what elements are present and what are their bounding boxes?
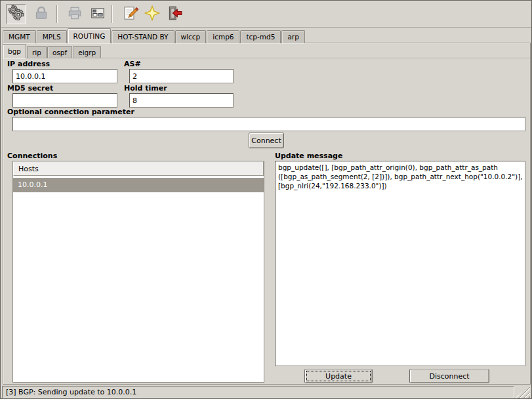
subtab-rip[interactable]: rip bbox=[27, 46, 47, 58]
ip-address-field[interactable] bbox=[12, 69, 117, 83]
tab-tcp-md5[interactable]: tcp-md5 bbox=[240, 30, 281, 43]
interfaces-window-icon bbox=[89, 5, 106, 24]
app-window: MGMT MPLS ROUTING HOT-STAND BY wlccp icm… bbox=[0, 0, 532, 399]
resize-grip[interactable] bbox=[514, 386, 530, 398]
run-button[interactable] bbox=[6, 4, 26, 24]
lock-icon bbox=[33, 5, 50, 24]
print-button bbox=[64, 4, 85, 24]
ip-address-label: IP address bbox=[7, 60, 50, 68]
tab-mgmt[interactable]: MGMT bbox=[3, 30, 36, 43]
edit-log-icon bbox=[121, 5, 138, 24]
update-button[interactable]: Update bbox=[304, 369, 373, 383]
toolbar bbox=[1, 1, 532, 28]
hold-timer-label: Hold timer bbox=[124, 84, 167, 93]
interfaces-button[interactable] bbox=[87, 4, 108, 24]
tab-routing[interactable]: ROUTING bbox=[68, 28, 112, 43]
gears-run-icon bbox=[8, 5, 25, 24]
optional-param-field[interactable] bbox=[12, 117, 525, 131]
connection-row[interactable]: 10.0.0.1 bbox=[13, 178, 264, 192]
hold-timer-field[interactable] bbox=[129, 93, 234, 108]
tab-mpls[interactable]: MPLS bbox=[37, 30, 67, 43]
connect-button[interactable]: Connect bbox=[249, 133, 284, 148]
update-message-text: bgp_update([], [bgp_path_attr_origin(0),… bbox=[276, 161, 525, 193]
status-bar: [3] BGP: Sending update to 10.0.0.1 bbox=[2, 386, 514, 398]
tab-icmp6[interactable]: icmp6 bbox=[207, 30, 239, 43]
update-message-label: Update message bbox=[275, 152, 342, 160]
star-wizard-icon bbox=[144, 5, 161, 24]
edit-log-button[interactable] bbox=[119, 4, 140, 24]
status-text: [3] BGP: Sending update to 10.0.0.1 bbox=[6, 388, 136, 396]
disconnect-button[interactable]: Disconnect bbox=[409, 369, 489, 383]
subtab-bgp[interactable]: bgp bbox=[3, 44, 26, 58]
subtab-ospf[interactable]: ospf bbox=[47, 46, 72, 58]
connections-label: Connections bbox=[7, 152, 57, 160]
quit-door-icon bbox=[166, 5, 183, 24]
as-number-field[interactable] bbox=[129, 69, 234, 83]
toolbar-separator bbox=[112, 5, 113, 23]
as-number-label: AS# bbox=[124, 60, 141, 68]
tab-wlccp[interactable]: wlccp bbox=[175, 30, 207, 43]
quit-button[interactable] bbox=[164, 4, 184, 24]
toolbar-separator bbox=[56, 5, 58, 23]
update-message-textview[interactable]: bgp_update([], [bgp_path_attr_origin(0),… bbox=[275, 161, 525, 366]
md5-secret-label: MD5 secret bbox=[7, 84, 53, 93]
md5-secret-field[interactable] bbox=[12, 93, 117, 108]
printer-icon bbox=[66, 5, 83, 24]
tab-arp[interactable]: arp bbox=[281, 30, 304, 43]
routing-subtabs: bgp rip ospf eigrp bbox=[3, 44, 102, 58]
hosts-column-header[interactable]: Hosts bbox=[13, 161, 264, 176]
module-tabs: MGMT MPLS ROUTING HOT-STAND BY wlccp icm… bbox=[3, 28, 306, 43]
optional-param-label: Optional connection parameter bbox=[7, 108, 134, 116]
subtab-eigrp[interactable]: eigrp bbox=[73, 46, 101, 58]
pause-button bbox=[31, 4, 51, 24]
connections-list: Hosts 10.0.0.1 bbox=[12, 161, 264, 383]
wizard-button[interactable] bbox=[142, 4, 162, 24]
tab-hot-standby[interactable]: HOT-STAND BY bbox=[112, 30, 174, 43]
